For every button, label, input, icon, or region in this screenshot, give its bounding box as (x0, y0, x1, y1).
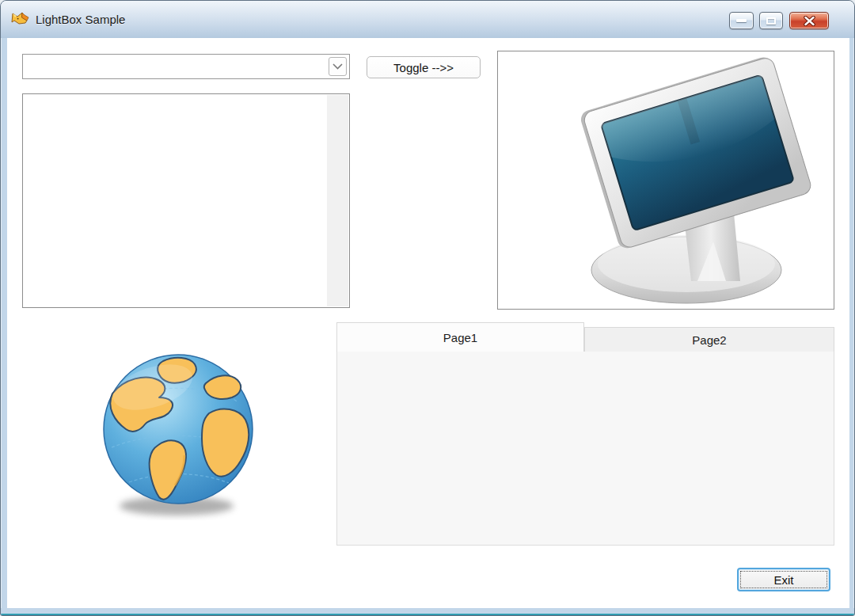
tab-page-content (336, 351, 834, 546)
tab-page2-label: Page2 (692, 333, 726, 347)
lightbox-listbox[interactable] (22, 93, 350, 308)
combobox-input[interactable] (23, 55, 349, 78)
fox-icon (11, 10, 30, 29)
combo-dropdown-button[interactable] (329, 57, 347, 76)
tab-page1-label: Page1 (443, 331, 477, 344)
minimize-icon (736, 19, 747, 22)
earth-globe-image (96, 351, 270, 520)
tab-page1[interactable]: Page1 (336, 322, 584, 352)
maximize-button[interactable] (759, 12, 783, 29)
window-frame-bottom (1, 608, 854, 614)
monitor-picturebox (497, 51, 834, 310)
close-icon (803, 16, 816, 26)
tab-page2[interactable]: Page2 (584, 327, 834, 352)
exit-button[interactable]: Exit (737, 568, 830, 591)
lightbox-combobox[interactable] (22, 54, 350, 79)
app-window: LightBox Sample Toggle -->> (0, 0, 855, 616)
window-title: LightBox Sample (36, 1, 125, 38)
computer-monitor-image (498, 51, 834, 310)
vertical-scrollbar[interactable] (327, 95, 348, 306)
toggle-button[interactable]: Toggle -->> (367, 56, 481, 78)
minimize-button[interactable] (729, 12, 754, 29)
title-bar: LightBox Sample (1, 1, 854, 38)
page-frame: Page1 Page2 (336, 322, 834, 546)
client-area: Toggle -->> (7, 38, 849, 608)
chevron-down-icon (332, 63, 343, 70)
close-button[interactable] (789, 12, 829, 29)
globe-picturebox (96, 351, 270, 520)
maximize-icon (766, 17, 776, 25)
